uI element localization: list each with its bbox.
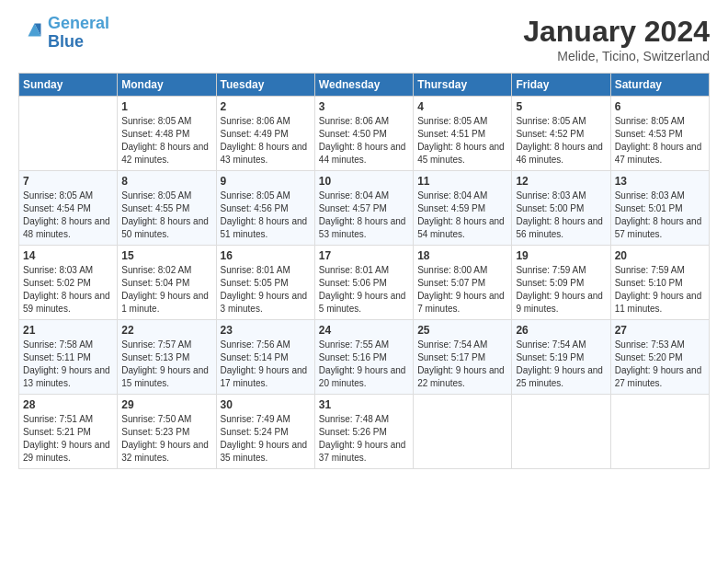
day-number: 25 (417, 324, 507, 337)
calendar-cell: 6 Sunrise: 8:05 AMSunset: 4:53 PMDayligh… (610, 97, 709, 171)
day-info: Sunrise: 8:04 AMSunset: 4:59 PMDaylight:… (417, 190, 507, 241)
calendar-week-row: 28 Sunrise: 7:51 AMSunset: 5:21 PMDaylig… (19, 395, 710, 469)
day-number: 24 (319, 324, 409, 337)
day-number: 4 (417, 100, 507, 113)
page-container: General Blue January 2024 Melide, Ticino… (0, 0, 728, 478)
calendar-cell: 31 Sunrise: 7:48 AMSunset: 5:26 PMDaylig… (314, 395, 413, 469)
calendar-location: Melide, Ticino, Switzerland (523, 49, 710, 63)
day-number: 16 (221, 249, 311, 262)
calendar-cell: 19 Sunrise: 7:59 AMSunset: 5:09 PMDaylig… (512, 246, 610, 320)
day-number: 28 (23, 398, 113, 411)
title-block: January 2024 Melide, Ticino, Switzerland (523, 15, 710, 63)
day-info: Sunrise: 8:05 AMSunset: 4:52 PMDaylight:… (516, 115, 606, 167)
calendar-cell: 23 Sunrise: 7:56 AMSunset: 5:14 PMDaylig… (216, 320, 314, 395)
calendar-cell: 25 Sunrise: 7:54 AMSunset: 5:17 PMDaylig… (414, 320, 512, 395)
calendar-cell (414, 395, 512, 469)
logo-general: General (48, 14, 109, 32)
col-friday: Friday (512, 74, 610, 97)
col-sunday: Sunday (19, 74, 118, 97)
calendar-cell: 24 Sunrise: 7:55 AMSunset: 5:16 PMDaylig… (314, 320, 413, 395)
day-number: 26 (516, 324, 606, 337)
day-info: Sunrise: 7:58 AMSunset: 5:11 PMDaylight:… (23, 339, 113, 390)
day-number: 18 (417, 249, 507, 262)
page-header: General Blue January 2024 Melide, Ticino… (18, 15, 710, 63)
day-info: Sunrise: 7:59 AMSunset: 5:09 PMDaylight:… (516, 264, 606, 316)
day-info: Sunrise: 8:06 AMSunset: 4:49 PMDaylight:… (221, 115, 311, 167)
day-info: Sunrise: 8:03 AMSunset: 5:00 PMDaylight:… (516, 190, 606, 241)
day-number: 14 (23, 249, 113, 262)
day-info: Sunrise: 8:06 AMSunset: 4:50 PMDaylight:… (319, 115, 409, 167)
day-info: Sunrise: 8:05 AMSunset: 4:48 PMDaylight:… (121, 115, 211, 167)
day-number: 17 (319, 249, 409, 262)
calendar-cell: 11 Sunrise: 8:04 AMSunset: 4:59 PMDaylig… (414, 171, 512, 246)
calendar-cell: 5 Sunrise: 8:05 AMSunset: 4:52 PMDayligh… (512, 97, 610, 171)
day-number: 5 (516, 100, 606, 113)
calendar-cell (19, 97, 118, 171)
calendar-cell: 18 Sunrise: 8:00 AMSunset: 5:07 PMDaylig… (414, 246, 512, 320)
calendar-cell: 15 Sunrise: 8:02 AMSunset: 5:04 PMDaylig… (118, 246, 216, 320)
day-number: 6 (615, 100, 705, 113)
day-info: Sunrise: 8:01 AMSunset: 5:06 PMDaylight:… (319, 264, 409, 316)
day-info: Sunrise: 7:53 AMSunset: 5:20 PMDaylight:… (615, 339, 705, 390)
calendar-cell: 30 Sunrise: 7:49 AMSunset: 5:24 PMDaylig… (216, 395, 314, 469)
day-info: Sunrise: 8:05 AMSunset: 4:55 PMDaylight:… (121, 190, 211, 241)
calendar-cell: 10 Sunrise: 8:04 AMSunset: 4:57 PMDaylig… (314, 171, 413, 246)
calendar-week-row: 7 Sunrise: 8:05 AMSunset: 4:54 PMDayligh… (19, 171, 710, 246)
day-number: 23 (221, 324, 311, 337)
logo-text: General Blue (48, 15, 109, 52)
calendar-cell: 9 Sunrise: 8:05 AMSunset: 4:56 PMDayligh… (216, 171, 314, 246)
calendar-cell: 14 Sunrise: 8:03 AMSunset: 5:02 PMDaylig… (19, 246, 118, 320)
logo-blue: Blue (48, 32, 84, 51)
day-info: Sunrise: 7:51 AMSunset: 5:21 PMDaylight:… (23, 413, 113, 465)
calendar-cell: 1 Sunrise: 8:05 AMSunset: 4:48 PMDayligh… (118, 97, 216, 171)
day-info: Sunrise: 8:05 AMSunset: 4:56 PMDaylight:… (221, 190, 311, 241)
day-number: 30 (221, 398, 311, 411)
calendar-cell: 22 Sunrise: 7:57 AMSunset: 5:13 PMDaylig… (118, 320, 216, 395)
calendar-cell: 16 Sunrise: 8:01 AMSunset: 5:05 PMDaylig… (216, 246, 314, 320)
calendar-cell: 21 Sunrise: 7:58 AMSunset: 5:11 PMDaylig… (19, 320, 118, 395)
calendar-cell: 4 Sunrise: 8:05 AMSunset: 4:51 PMDayligh… (414, 97, 512, 171)
day-info: Sunrise: 7:55 AMSunset: 5:16 PMDaylight:… (319, 339, 409, 390)
day-info: Sunrise: 8:02 AMSunset: 5:04 PMDaylight:… (121, 264, 211, 316)
day-number: 11 (417, 175, 507, 188)
logo: General Blue (18, 15, 109, 52)
calendar-cell: 12 Sunrise: 8:03 AMSunset: 5:00 PMDaylig… (512, 171, 610, 246)
day-number: 31 (319, 398, 409, 411)
day-info: Sunrise: 8:00 AMSunset: 5:07 PMDaylight:… (417, 264, 507, 316)
day-number: 2 (221, 100, 311, 113)
day-info: Sunrise: 8:05 AMSunset: 4:51 PMDaylight:… (417, 115, 507, 167)
col-thursday: Thursday (414, 74, 512, 97)
calendar-header-row: Sunday Monday Tuesday Wednesday Thursday… (19, 74, 710, 97)
calendar-week-row: 1 Sunrise: 8:05 AMSunset: 4:48 PMDayligh… (19, 97, 710, 171)
col-wednesday: Wednesday (314, 74, 413, 97)
day-info: Sunrise: 7:48 AMSunset: 5:26 PMDaylight:… (319, 413, 409, 465)
day-info: Sunrise: 7:49 AMSunset: 5:24 PMDaylight:… (221, 413, 311, 465)
day-number: 27 (615, 324, 705, 337)
calendar-cell: 29 Sunrise: 7:50 AMSunset: 5:23 PMDaylig… (118, 395, 216, 469)
day-number: 19 (516, 249, 606, 262)
calendar-cell: 2 Sunrise: 8:06 AMSunset: 4:49 PMDayligh… (216, 97, 314, 171)
calendar-title: January 2024 (523, 15, 710, 49)
logo-icon (18, 20, 44, 46)
day-info: Sunrise: 8:03 AMSunset: 5:02 PMDaylight:… (23, 264, 113, 316)
day-number: 1 (121, 100, 211, 113)
day-number: 15 (121, 249, 211, 262)
calendar-cell: 13 Sunrise: 8:03 AMSunset: 5:01 PMDaylig… (610, 171, 709, 246)
day-number: 20 (615, 249, 705, 262)
day-number: 3 (319, 100, 409, 113)
calendar-cell: 27 Sunrise: 7:53 AMSunset: 5:20 PMDaylig… (610, 320, 709, 395)
day-number: 7 (23, 175, 113, 188)
col-monday: Monday (118, 74, 216, 97)
calendar-cell: 26 Sunrise: 7:54 AMSunset: 5:19 PMDaylig… (512, 320, 610, 395)
day-number: 10 (319, 175, 409, 188)
calendar-cell: 28 Sunrise: 7:51 AMSunset: 5:21 PMDaylig… (19, 395, 118, 469)
calendar-cell: 20 Sunrise: 7:59 AMSunset: 5:10 PMDaylig… (610, 246, 709, 320)
day-info: Sunrise: 8:05 AMSunset: 4:53 PMDaylight:… (615, 115, 705, 167)
col-saturday: Saturday (610, 74, 709, 97)
day-number: 12 (516, 175, 606, 188)
calendar-body: 1 Sunrise: 8:05 AMSunset: 4:48 PMDayligh… (19, 97, 710, 469)
day-info: Sunrise: 7:54 AMSunset: 5:17 PMDaylight:… (417, 339, 507, 390)
day-info: Sunrise: 7:59 AMSunset: 5:10 PMDaylight:… (615, 264, 705, 316)
day-info: Sunrise: 7:56 AMSunset: 5:14 PMDaylight:… (221, 339, 311, 390)
calendar-cell: 7 Sunrise: 8:05 AMSunset: 4:54 PMDayligh… (19, 171, 118, 246)
